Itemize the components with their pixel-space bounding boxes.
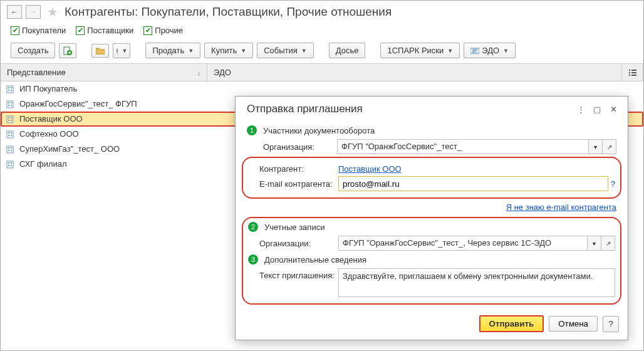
step-2-title: Учетные записи: [264, 223, 325, 232]
filter-suppliers-label: Поставщики: [87, 26, 133, 35]
org-accounts-value: ФГУП "ОранжГосСервис"_тест_, Через серви…: [339, 236, 587, 250]
checkbox-icon: ✔: [76, 26, 85, 35]
svg-rect-18: [8, 102, 9, 103]
filter-suppliers[interactable]: ✔ Поставщики: [76, 26, 133, 35]
svg-rect-22: [7, 116, 13, 123]
cancel-button[interactable]: Отмена: [549, 316, 598, 332]
create-copy-button[interactable]: [59, 43, 76, 58]
org-icon: [6, 100, 16, 108]
printer-icon: [116, 46, 118, 55]
svg-rect-9: [631, 72, 636, 73]
svg-rect-14: [11, 87, 12, 88]
list-icon: [628, 69, 636, 76]
org-icon: [6, 85, 16, 93]
filter-others[interactable]: ✔ Прочие: [143, 26, 183, 35]
column-edo[interactable]: ЭДО: [207, 64, 622, 81]
svg-rect-25: [8, 120, 9, 121]
chevron-down-icon: ▼: [188, 48, 194, 54]
email-label: E-mail контрагента:: [248, 179, 338, 189]
combo-dropdown-button[interactable]: ▾: [588, 140, 602, 154]
edo-button[interactable]: ЭДО ▼: [464, 43, 516, 58]
combo-dropdown-button[interactable]: ▾: [587, 236, 601, 250]
invite-text-input[interactable]: Здравствуйте, приглашаем к обмену электр…: [338, 268, 615, 297]
svg-rect-7: [631, 70, 636, 71]
chevron-down-icon: ▼: [301, 48, 307, 54]
svg-rect-40: [8, 165, 9, 166]
filter-buyers-label: Покупатели: [22, 26, 66, 35]
folder-button[interactable]: [91, 44, 109, 58]
step-1-badge: 1: [247, 125, 257, 135]
chevron-down-icon: ▼: [122, 48, 127, 54]
send-invitation-dialog: Отправка приглашения ⋮ ▢ ✕ 1 Участники д…: [235, 96, 628, 340]
combo-open-button[interactable]: ↗: [602, 140, 616, 154]
svg-rect-24: [11, 117, 12, 118]
svg-rect-13: [8, 87, 9, 88]
svg-rect-30: [8, 135, 9, 136]
send-button[interactable]: Отправить: [479, 315, 544, 332]
svg-rect-35: [8, 150, 9, 151]
no-email-link[interactable]: Я не знаю e-mail контрагента: [506, 202, 616, 212]
counterparty-link[interactable]: Поставщик ООО: [338, 164, 402, 174]
sell-button[interactable]: Продать ▼: [145, 43, 200, 58]
filter-buyers[interactable]: ✔ Покупатели: [11, 26, 66, 35]
create-button[interactable]: Создать: [11, 43, 55, 58]
step-2-badge: 2: [248, 222, 258, 232]
svg-rect-39: [11, 162, 12, 164]
folder-icon: [96, 47, 105, 55]
svg-point-8: [629, 71, 630, 73]
table-row[interactable]: ИП Покупатель: [1, 81, 643, 97]
org-accounts-combo[interactable]: ФГУП "ОранжГосСервис"_тест_, Через серви…: [338, 236, 615, 251]
chevron-down-icon: ▼: [241, 48, 246, 54]
table-row-name: ОранжГосСервис"_тест_ ФГУП: [19, 99, 137, 108]
step-1-title: Участники документооборота: [263, 126, 375, 135]
nav-forward-button[interactable]: →: [26, 5, 41, 19]
checkbox-icon: ✔: [143, 26, 152, 35]
sell-label: Продать: [152, 46, 184, 55]
column-edo-label: ЭДО: [214, 68, 231, 77]
checkbox-icon: ✔: [11, 26, 19, 35]
events-label: События: [264, 46, 298, 55]
table-row-name: СуперХимГаз"_тест_ ООО: [19, 144, 120, 154]
svg-rect-26: [11, 120, 12, 121]
counterparty-group-highlight: Контрагент: Поставщик ООО E-mail контраг…: [242, 157, 621, 199]
svg-rect-36: [11, 150, 12, 151]
column-settings-button[interactable]: [622, 64, 643, 81]
events-button[interactable]: События ▼: [257, 43, 314, 58]
svg-rect-23: [8, 117, 9, 118]
dialog-maximize-button[interactable]: ▢: [590, 103, 604, 115]
chevron-down-icon: ▼: [503, 48, 509, 54]
document-plus-icon: [63, 46, 72, 55]
svg-rect-38: [8, 162, 9, 164]
svg-rect-31: [11, 135, 12, 136]
svg-rect-11: [631, 75, 636, 76]
svg-rect-33: [8, 147, 9, 149]
organization-combo[interactable]: ФГУП "ОранжГосСервис"_тест_ ▾ ↗: [337, 139, 616, 154]
accounts-group-highlight: 2 Учетные записи Организации: ФГУП "Оран…: [242, 217, 621, 305]
nav-back-button[interactable]: ←: [7, 5, 22, 19]
svg-rect-41: [11, 165, 12, 166]
print-button[interactable]: ▼: [113, 43, 130, 58]
filter-others-label: Прочие: [155, 26, 183, 35]
page-title: Контрагенты: Покупатели, Поставщики, Про…: [65, 5, 392, 19]
favorite-star-icon[interactable]: ★: [47, 4, 58, 19]
org-icon: [6, 130, 16, 139]
table-row-name: СХГ филиал: [19, 159, 67, 169]
invite-text-label: Текст приглашения:: [248, 268, 338, 280]
help-button[interactable]: ?: [603, 316, 619, 332]
table-row-name: ИП Покупатель: [19, 84, 77, 93]
email-input[interactable]: [338, 176, 608, 191]
dialog-menu-button[interactable]: ⋮: [574, 103, 588, 115]
svg-rect-17: [7, 101, 13, 108]
buy-button[interactable]: Купить ▼: [204, 43, 253, 58]
combo-open-button[interactable]: ↗: [601, 236, 615, 250]
dossier-button[interactable]: Досье: [329, 43, 366, 58]
svg-point-6: [629, 69, 630, 70]
chevron-down-icon: ▼: [447, 48, 453, 54]
column-representation[interactable]: Представление ↓: [1, 64, 207, 81]
spark-button[interactable]: 1СПАРК Риски ▼: [380, 43, 460, 58]
svg-rect-21: [11, 105, 12, 106]
table-row-name: Софтехно ООО: [19, 129, 79, 139]
email-help-icon[interactable]: ?: [611, 179, 615, 189]
dialog-close-button[interactable]: ✕: [606, 103, 620, 115]
org-icon: [6, 115, 16, 123]
